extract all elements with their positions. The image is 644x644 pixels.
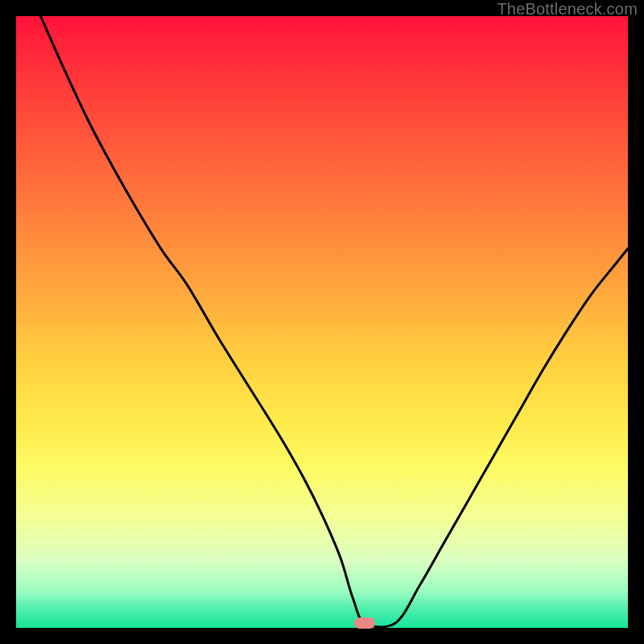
chart-frame: TheBottleneck.com: [0, 0, 644, 644]
optimal-marker: [354, 617, 375, 629]
plot-area: [16, 16, 628, 628]
bottleneck-curve-path: [40, 16, 628, 627]
curve-svg: [16, 16, 628, 628]
